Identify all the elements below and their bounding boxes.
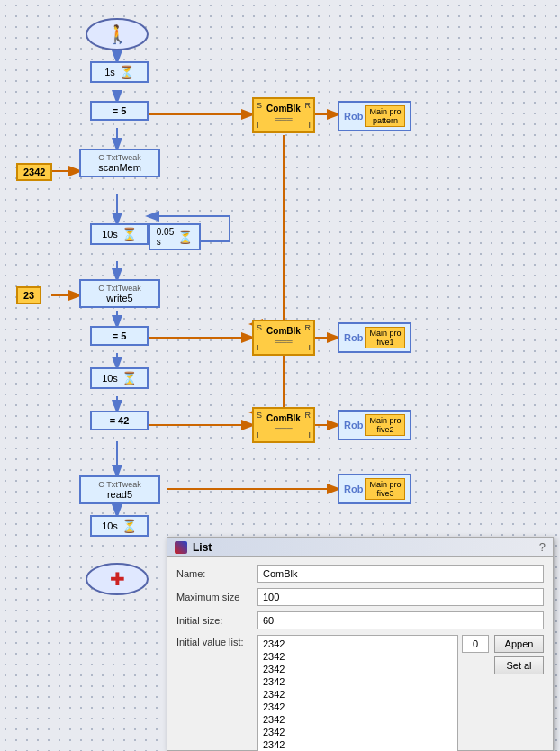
main-five3-label-2: five3	[369, 489, 401, 498]
start-block: 🚶	[86, 18, 149, 50]
canvas: 🚶 1s ⏳ = 5 2342 C TxtTweak scanMem 10s ⏳…	[0, 0, 560, 751]
name-field-input[interactable]	[257, 565, 544, 583]
main-five1-label-2: five1	[369, 338, 401, 347]
comblk-3-label: ComBlk	[266, 413, 301, 423]
tweak-read5-title: C TxtTweak	[98, 480, 140, 489]
main-five1-label-1: Main pro	[369, 329, 401, 338]
list-container[interactable]: 2342 2342 2342 2342 2342 2342 2342 2342 …	[257, 635, 458, 751]
tweak-write5-name: write5	[98, 293, 140, 303]
list-panel: List ? Name: Maximum size Initial size: …	[167, 537, 554, 751]
comblk-3-r-label: R	[305, 411, 312, 420]
end-block: ✚	[86, 563, 149, 595]
panel-icon	[175, 541, 187, 554]
hourglass-icon-5: ⏳	[122, 519, 137, 533]
comblk-1-i-label: I	[257, 121, 259, 130]
list-item: 2342	[260, 638, 456, 650]
list-item: 2342	[260, 726, 456, 738]
rob-4: Rob Main pro five3	[338, 474, 411, 504]
initial-size-label: Initial size:	[176, 615, 257, 626]
rob-2-label: Rob	[344, 332, 363, 343]
main-pattern-label-2: pattern	[369, 116, 401, 125]
initial-size-field-row: Initial size:	[176, 611, 544, 629]
rob-2: Rob Main pro five1	[338, 322, 411, 353]
comblk-2-ir-label: I	[308, 343, 311, 352]
rob-4-out-label: Main pro five3	[365, 478, 405, 500]
compare-5-block-1: = 5	[90, 101, 149, 121]
main-pattern-label-1: Main pro	[369, 107, 401, 116]
input-2342: 2342	[16, 163, 52, 181]
input-23: 23	[16, 286, 41, 304]
compare-42-block: = 42	[90, 411, 149, 430]
tweak-write5-title: C TxtTweak	[98, 284, 140, 293]
list-item: 2342	[260, 675, 456, 688]
initial-size-input[interactable]	[257, 611, 544, 629]
rob-3: Rob Main pro five2	[338, 410, 411, 440]
list-item: 2342	[260, 701, 456, 713]
comblk-1-r-label: R	[305, 101, 312, 110]
list-item: 2342	[260, 663, 456, 675]
hourglass-icon-1: ⏳	[119, 65, 134, 79]
set-all-button[interactable]: Set al	[494, 656, 544, 674]
rob-1-out-label: Main pro pattern	[365, 105, 405, 127]
tweak-read5: C TxtTweak read5	[79, 475, 160, 504]
list-item: 2342	[260, 713, 456, 726]
panel-buttons: Appen Set al	[494, 635, 544, 674]
hourglass-icon-4: ⏳	[122, 371, 137, 385]
comblk-1-s-label: S	[257, 101, 262, 110]
compare-5-label-1: = 5	[113, 105, 127, 116]
comblk-3-ir-label: I	[308, 430, 311, 439]
rob-2-out-label: Main pro five1	[365, 327, 405, 348]
rob-3-out-label: Main pro five2	[365, 414, 405, 436]
main-five2-label-2: five2	[369, 425, 401, 434]
max-size-field-row: Maximum size	[176, 588, 544, 606]
comblk-1-label: ComBlk	[266, 104, 301, 113]
list-item: 2342	[260, 738, 456, 751]
rob-1: Rob Main pro pattern	[338, 101, 411, 131]
compare-5-label-2: = 5	[113, 330, 127, 341]
comblk-1: S R ComBlk I I ═══	[252, 97, 315, 133]
comblk-3-i-label: I	[257, 430, 259, 439]
panel-help[interactable]: ?	[539, 540, 546, 554]
timer-1s-label: 1s	[104, 67, 115, 77]
panel-titlebar: List ?	[167, 538, 553, 557]
list-area: Initial value list: 2342 2342 2342 2342 …	[176, 635, 544, 751]
hourglass-icon-3: ⏳	[177, 230, 193, 244]
list-item: 2342	[260, 688, 456, 701]
comblk-3-s-label: S	[257, 411, 262, 420]
max-size-input[interactable]	[257, 588, 544, 606]
input-23-label: 23	[23, 290, 34, 301]
list-area-label: Initial value list:	[176, 635, 257, 647]
comblk-1-ir-label: I	[308, 121, 311, 130]
comblk-2-i-label: I	[257, 343, 259, 352]
timer-1s-block: 1s ⏳	[90, 61, 149, 83]
flow-arrows	[0, 0, 560, 540]
panel-body: Name: Maximum size Initial size: Initial…	[167, 557, 553, 751]
compare-5-block-2: = 5	[90, 326, 149, 346]
rob-1-label: Rob	[344, 111, 363, 122]
hourglass-icon-2: ⏳	[122, 227, 137, 241]
append-button[interactable]: Appen	[494, 635, 544, 653]
comblk-2-s-label: S	[257, 323, 262, 332]
panel-title: List	[193, 541, 212, 554]
comblk-2: S R ComBlk I I ═══	[252, 320, 315, 356]
rob-3-label: Rob	[344, 420, 363, 430]
timer-005s-block: 0.05s ⏳	[149, 223, 201, 250]
comblk-2-r-label: R	[305, 323, 312, 332]
comblk-3: S R ComBlk I I ═══	[252, 407, 315, 443]
name-field-label: Name:	[176, 568, 257, 579]
timer-10s-label-3: 10s	[102, 520, 118, 531]
timer-10s-block-1: 10s ⏳	[90, 223, 149, 245]
main-five3-label-1: Main pro	[369, 480, 401, 489]
rob-4-label: Rob	[344, 484, 363, 494]
name-field-row: Name:	[176, 565, 544, 583]
tweak-scan-mem-name: scanMem	[98, 162, 141, 173]
tweak-write5: C TxtTweak write5	[79, 279, 160, 308]
tweak-read5-name: read5	[98, 489, 140, 500]
timer-005s-label: 0.05s	[157, 227, 174, 247]
tweak-scan-mem-title: C TxtTweak	[98, 153, 141, 162]
main-five2-label-1: Main pro	[369, 416, 401, 425]
zero-input[interactable]	[462, 635, 489, 653]
comblk-2-label: ComBlk	[266, 326, 301, 336]
max-size-label: Maximum size	[176, 592, 257, 602]
list-item: 2342	[260, 650, 456, 663]
